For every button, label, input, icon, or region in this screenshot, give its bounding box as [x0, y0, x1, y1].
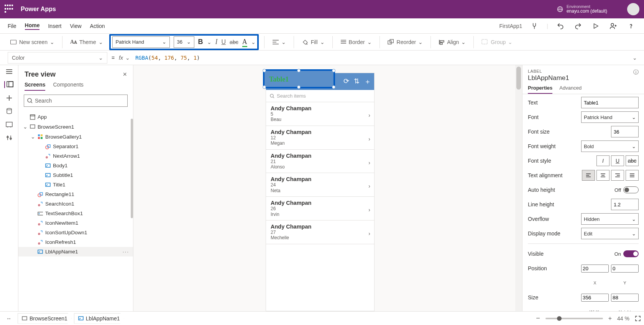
tree-node-BrowseGallery1[interactable]: ⌄BrowseGallery1 [18, 132, 133, 142]
tree-node-IconSortUpDown1[interactable]: IconSortUpDown1 [18, 228, 133, 237]
data-rail-icon[interactable] [6, 108, 12, 115]
align-justify-toggle[interactable] [626, 170, 639, 181]
align-right-toggle[interactable] [611, 170, 624, 181]
font-size-select[interactable]: 36⌄ [174, 36, 194, 48]
align-left-toggle[interactable] [582, 170, 595, 181]
tab-properties[interactable]: Properties [528, 85, 552, 94]
tree-node-Title1[interactable]: Title1 [18, 180, 133, 189]
menu-action[interactable]: Action [90, 23, 105, 29]
pos-x-input[interactable] [581, 265, 609, 273]
strike-button[interactable]: abc [230, 39, 238, 45]
menu-file[interactable]: File [8, 23, 16, 29]
underline-button[interactable]: U [222, 39, 226, 46]
environment-switcher[interactable]: Environment enayu.com (default) [557, 4, 607, 14]
redo-icon[interactable] [573, 21, 583, 31]
insert-rail-icon[interactable] [6, 95, 12, 101]
breadcrumb-control[interactable]: LblAppName1 [74, 313, 124, 324]
theme-button[interactable]: Aᴀ Theme ⌄ [68, 36, 105, 48]
tree-node-TextSearchBox1[interactable]: TextSearchBox1 [18, 209, 133, 218]
list-item[interactable]: Andy Champan27Mechelle› [266, 220, 374, 244]
tree-node-Separator1[interactable]: Separator1 [18, 142, 133, 151]
zoom-in-button[interactable]: + [608, 315, 612, 322]
app-launcher-icon[interactable] [5, 5, 14, 14]
tab-advanced[interactable]: Advanced [559, 85, 582, 94]
prop-fontsize-input[interactable] [611, 126, 639, 137]
media-rail-icon[interactable] [6, 122, 13, 128]
sort-icon[interactable]: ⇅ [354, 77, 360, 86]
tree-node-App[interactable]: App [18, 112, 133, 122]
list-item[interactable]: Andy Champan5Beau› [266, 102, 374, 126]
hamburger-icon[interactable] [6, 69, 13, 74]
tab-components[interactable]: Components [53, 82, 83, 91]
prop-fontweight-select[interactable]: Bold⌄ [581, 140, 639, 152]
toggle-panel-icon[interactable]: ↔ [3, 315, 15, 322]
tree-node-Body1[interactable]: Body1 [18, 161, 133, 170]
tree-node-Subtitle1[interactable]: Subtitle1 [18, 170, 133, 180]
tree-node-BrowseScreen1[interactable]: ⌄BrowseScreen1 [18, 122, 133, 132]
app-checker-icon[interactable] [529, 21, 540, 31]
text-align-button[interactable]: ⌄ [270, 36, 288, 48]
fullscreen-icon[interactable] [635, 315, 641, 322]
canvas-scrollbar[interactable] [515, 65, 522, 311]
share-icon[interactable] [608, 21, 619, 31]
scrollbar[interactable] [131, 119, 133, 218]
formula-input[interactable]: RGBA(54, 176, 75, 1) [135, 55, 200, 61]
menu-insert[interactable]: Insert [48, 23, 61, 29]
zoom-out-button[interactable]: − [536, 314, 540, 322]
list-item[interactable]: Andy Champan26Irvin› [266, 197, 374, 220]
font-color-button[interactable]: A [242, 38, 247, 46]
tree-node-LblAppName1[interactable]: LblAppName1··· [18, 247, 133, 256]
help-icon[interactable] [626, 21, 636, 31]
zoom-slider[interactable] [545, 318, 603, 319]
breadcrumb-screen[interactable]: BrowseScreen1 [18, 313, 72, 324]
visible-toggle[interactable] [623, 250, 639, 257]
close-icon[interactable]: × [123, 70, 127, 78]
tab-screens[interactable]: Screens [25, 82, 45, 91]
new-screen-button[interactable]: New screen ⌄ [8, 36, 57, 48]
prop-text-input[interactable] [581, 97, 639, 108]
preview-search[interactable]: Search items [266, 90, 374, 102]
tree-node-SearchIcon1[interactable]: SearchIcon1 [18, 199, 133, 209]
align-center-toggle[interactable] [596, 170, 610, 181]
italic-toggle[interactable]: I [596, 155, 610, 166]
menu-home[interactable]: Home [25, 22, 40, 30]
add-icon[interactable]: ＋ [364, 77, 371, 86]
height-input[interactable] [611, 294, 639, 302]
tree-node-IconNewItem1[interactable]: IconNewItem1 [18, 218, 133, 228]
tools-rail-icon[interactable] [6, 135, 12, 142]
selection-box[interactable]: Table1 [263, 69, 335, 88]
canvas[interactable]: Table1 ⟳ ⇅ ＋ Search items [133, 65, 522, 311]
list-item[interactable]: Andy Champan12Megan› [266, 126, 374, 150]
tree-node-NextArrow1[interactable]: NextArrow1 [18, 151, 133, 161]
avatar[interactable] [627, 3, 639, 15]
undo-icon[interactable] [555, 21, 566, 31]
align-button[interactable]: Align⌄ [436, 36, 468, 48]
autoheight-toggle[interactable] [623, 186, 639, 193]
width-input[interactable] [581, 294, 609, 302]
play-icon[interactable] [590, 21, 601, 31]
help-icon[interactable]: ⓘ [633, 69, 639, 76]
list-item[interactable]: Andy Champan21Alonso› [266, 150, 374, 173]
expand-fx-icon[interactable]: ⌄ [632, 55, 637, 61]
font-family-select[interactable]: Patrick Hand⌄ [112, 36, 170, 48]
menu-view[interactable]: View [70, 23, 81, 29]
list-item[interactable]: Andy Champan24Neta› [266, 173, 374, 197]
tree-node-IconRefresh1[interactable]: IconRefresh1 [18, 237, 133, 247]
strike-toggle[interactable]: abc [626, 155, 639, 166]
prop-displaymode-select[interactable]: Edit⌄ [581, 228, 639, 239]
prop-font-select[interactable]: Patrick Hand⌄ [581, 111, 639, 123]
italic-button[interactable]: I [215, 38, 218, 46]
border-button[interactable]: Border⌄ [338, 36, 374, 48]
refresh-icon[interactable]: ⟳ [343, 77, 349, 86]
prop-lineheight-input[interactable] [611, 199, 639, 210]
tree-search-input[interactable]: Search [24, 95, 128, 107]
tree-node-Rectangle11[interactable]: Rectangle11 [18, 189, 133, 199]
prop-overflow-select[interactable]: Hidden⌄ [581, 213, 639, 225]
underline-toggle[interactable]: U [611, 155, 624, 166]
pos-y-input[interactable] [611, 265, 639, 273]
bold-button[interactable]: B [198, 38, 203, 46]
tree-view-rail-icon[interactable] [4, 81, 14, 88]
fill-button[interactable]: Fill⌄ [299, 36, 327, 48]
reorder-button[interactable]: Reorder⌄ [385, 36, 426, 48]
property-select[interactable]: Color⌄ [8, 52, 107, 64]
